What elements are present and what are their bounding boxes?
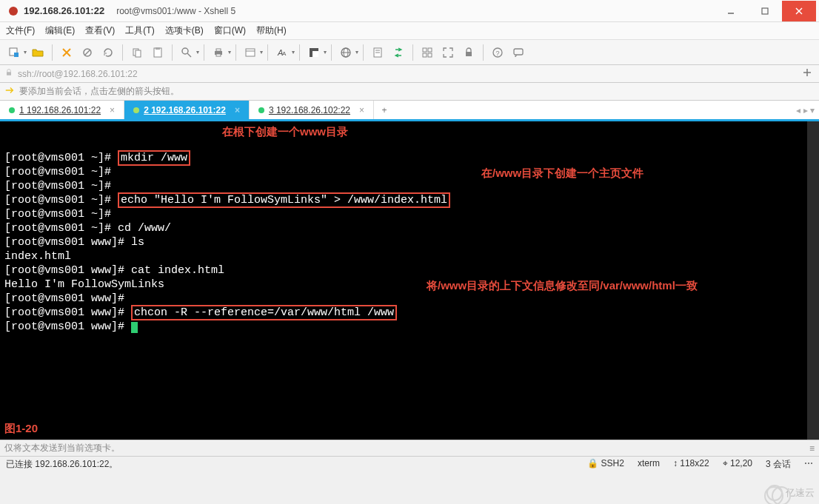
watermark: 亿速云 <box>766 485 815 501</box>
lock-small-icon <box>4 68 13 79</box>
terminal-line: [root@vms001 ~]# <box>4 165 815 179</box>
terminal[interactable]: [root@vms001 ~]# mkdir /www[root@vms001 … <box>0 121 819 440</box>
add-session-icon[interactable] <box>800 68 815 79</box>
terminal-line: [root@vms001 ~]# mkdir /www <box>4 151 815 165</box>
connect-icon[interactable] <box>57 43 76 62</box>
fullscreen-icon[interactable] <box>438 43 458 62</box>
lock-icon[interactable] <box>459 43 478 62</box>
dropdown-icon[interactable]: ▾ <box>196 49 199 56</box>
svg-rect-10 <box>136 50 141 57</box>
status-dot-icon <box>258 107 264 113</box>
tab-close-icon[interactable]: × <box>235 105 240 115</box>
tab-label: 3 192.168.26.102:22 <box>269 105 350 115</box>
disconnect-icon[interactable] <box>78 43 97 62</box>
print-icon[interactable] <box>209 43 228 62</box>
svg-point-0 <box>9 7 18 16</box>
svg-point-13 <box>182 48 188 54</box>
svg-rect-33 <box>428 53 432 57</box>
terminal-line: [root@vms001 www]# cat index.html <box>4 263 815 278</box>
terminal-line: [root@vms001 www]# <box>4 320 815 334</box>
dropdown-icon[interactable]: ▾ <box>260 49 263 56</box>
svg-rect-37 <box>514 49 523 55</box>
menu-tabs[interactable]: 选项卡(B) <box>165 24 204 37</box>
status-more-icon[interactable]: ⋯ <box>804 458 813 471</box>
help-icon[interactable]: ? <box>488 43 507 62</box>
hint-bar: 要添加当前会话，点击左侧的箭头按钮。 <box>0 83 819 101</box>
tab-nav[interactable]: ◂ ▸ ▾ <box>792 101 819 119</box>
menu-edit[interactable]: 编辑(E) <box>45 24 75 37</box>
hint-text: 要添加当前会话，点击左侧的箭头按钮。 <box>19 85 179 98</box>
close-button[interactable] <box>782 1 816 21</box>
svg-line-14 <box>187 53 191 57</box>
properties-icon[interactable] <box>241 43 260 62</box>
status-term: xterm <box>638 458 660 471</box>
figure-label: 图1-20 <box>4 421 38 435</box>
svg-rect-23 <box>312 51 318 57</box>
color-icon[interactable] <box>304 43 324 62</box>
font-icon[interactable]: AA <box>273 43 292 62</box>
reconnect-icon[interactable] <box>98 43 118 62</box>
menu-window[interactable]: 窗口(W) <box>214 24 246 37</box>
tab-label: 2 192.168.26.101:22 <box>144 105 226 115</box>
open-folder-icon[interactable] <box>28 43 47 62</box>
new-tab-button[interactable]: + <box>374 101 395 119</box>
scrollbar[interactable] <box>807 121 819 440</box>
tab-close-icon[interactable]: × <box>359 105 364 115</box>
send-text: 仅将文本发送到当前选项卡。 <box>4 442 120 454</box>
svg-text:A: A <box>282 50 287 57</box>
terminal-line: [root@vms001 ~]# echo "Hello I'm FollowS… <box>4 193 815 207</box>
terminal-line: index.html <box>4 249 815 263</box>
paste-icon[interactable] <box>148 43 167 62</box>
tab-1[interactable]: 1 192.168.26.101:22× <box>0 101 124 119</box>
dropdown-icon[interactable]: ▾ <box>292 49 295 56</box>
status-connection: 已连接 192.168.26.101:22。 <box>6 458 118 471</box>
globe-icon[interactable] <box>336 43 355 62</box>
terminal-line: [root@vms001 www]# ls <box>4 235 815 249</box>
dropdown-icon[interactable]: ▾ <box>228 49 231 56</box>
maximize-button[interactable] <box>748 1 782 21</box>
new-session-icon[interactable] <box>4 43 24 62</box>
status-sessions: 3 会话 <box>766 458 791 471</box>
dropdown-icon[interactable]: ▾ <box>324 49 327 56</box>
status-proto: 🔒 SSH2 <box>587 458 624 471</box>
svg-rect-34 <box>466 52 472 56</box>
tab-bar: 1 192.168.26.101:22× 2 192.168.26.101:22… <box>0 101 819 121</box>
annotation: 在/www目录下创建一个主页文件 <box>481 166 644 180</box>
annotation: 在根下创建一个www目录 <box>222 124 348 138</box>
toolbar: ▾ ▾ ▾ ▾ AA ▾ ▾ ▾ ? <box>0 40 819 65</box>
titlebar: 192.168.26.101:22 root@vms001:/www - Xsh… <box>0 0 819 22</box>
copy-icon[interactable] <box>127 43 147 62</box>
send-bar: 仅将文本发送到当前选项卡。 ≡ <box>0 440 819 456</box>
svg-rect-2 <box>762 8 768 14</box>
tab-close-icon[interactable]: × <box>110 105 115 115</box>
minimize-button[interactable] <box>714 1 748 21</box>
svg-rect-30 <box>423 48 427 52</box>
dropdown-icon[interactable]: ▾ <box>24 49 27 56</box>
dropdown-icon[interactable]: ▾ <box>355 49 358 56</box>
menu-tools[interactable]: 工具(T) <box>125 24 154 37</box>
terminal-line: [root@vms001 ~]# cd /www/ <box>4 221 815 235</box>
status-pos: ⌖ 12,20 <box>723 458 752 471</box>
menu-help[interactable]: 帮助(H) <box>256 24 287 37</box>
chat-icon[interactable] <box>509 43 528 62</box>
menu-view[interactable]: 查看(V) <box>85 24 115 37</box>
svg-rect-18 <box>246 49 255 56</box>
status-bar: 已连接 192.168.26.101:22。 🔒 SSH2 xterm ↕ 11… <box>0 456 819 472</box>
svg-rect-16 <box>216 49 221 51</box>
address-text[interactable]: ssh://root@192.168.26.101:22 <box>18 69 800 79</box>
layout-icon[interactable] <box>418 43 437 62</box>
tab-3[interactable]: 3 192.168.26.102:22× <box>250 101 374 119</box>
transfer-icon[interactable] <box>389 43 408 62</box>
search-icon[interactable] <box>177 43 196 62</box>
script-icon[interactable] <box>368 43 387 62</box>
send-bar-menu-icon[interactable]: ≡ <box>809 443 815 454</box>
menubar: 文件(F) 编辑(E) 查看(V) 工具(T) 选项卡(B) 窗口(W) 帮助(… <box>0 22 819 40</box>
svg-rect-32 <box>423 53 427 57</box>
menu-file[interactable]: 文件(F) <box>6 24 35 37</box>
status-dot-icon <box>133 107 139 113</box>
svg-line-8 <box>84 50 90 56</box>
svg-text:?: ? <box>496 50 500 57</box>
tab-2[interactable]: 2 192.168.26.101:22× <box>124 101 250 119</box>
terminal-line: [root@vms001 ~]# <box>4 207 815 221</box>
hint-arrow-icon[interactable] <box>4 85 15 98</box>
